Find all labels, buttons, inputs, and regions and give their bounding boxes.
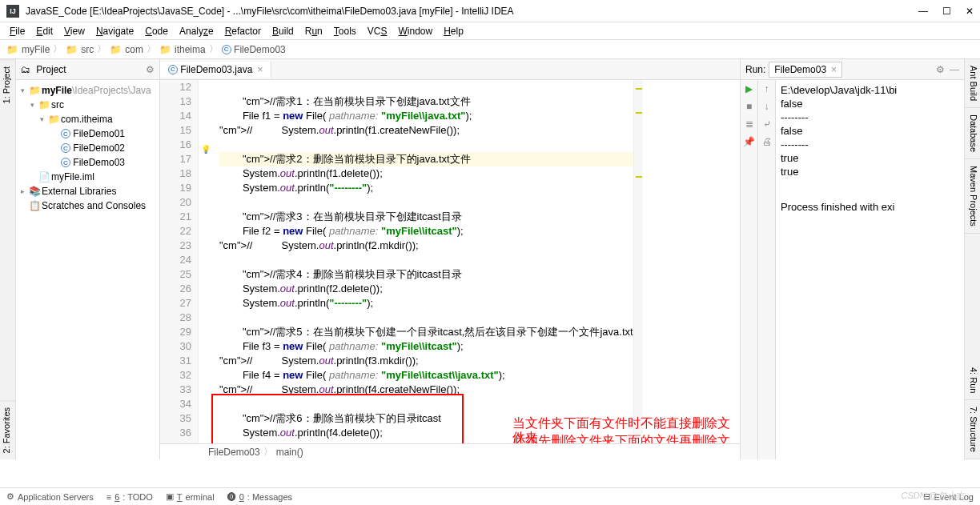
menu-code[interactable]: Code xyxy=(140,24,173,38)
tab-maven[interactable]: Maven Projects xyxy=(965,159,980,234)
crumb-class[interactable]: FileDemo03 xyxy=(208,447,260,458)
bottom-bar: ⚙ Application Servers ≡ 6: TODO ▣ Termin… xyxy=(0,487,980,505)
down-icon[interactable]: ↓ xyxy=(765,101,769,112)
ide-icon: IJ xyxy=(6,5,19,18)
nav-myfile[interactable]: 📁myFile xyxy=(6,44,50,55)
run-toolbar: ▶ ■ ≣ 📌 xyxy=(741,80,758,459)
run-gear-icon[interactable]: ⚙ xyxy=(936,64,945,75)
tab-project[interactable]: 1: Project xyxy=(0,59,15,110)
print-icon[interactable]: 🖨 xyxy=(762,136,772,147)
right-tool-strip: Ant Build Database Maven Projects 4: Run… xyxy=(964,59,980,459)
project-tree: ▾📁myFile\IdeaProjects\Java ▾📁src ▾📁com.i… xyxy=(16,80,159,216)
project-panel-header: 🗂 Project ⚙ xyxy=(16,59,159,80)
project-panel: 🗂 Project ⚙ ▾📁myFile\IdeaProjects\Java ▾… xyxy=(16,59,160,459)
layout-icon[interactable]: ≣ xyxy=(745,118,753,130)
bottom-app-servers[interactable]: ⚙ Application Servers xyxy=(6,491,94,502)
menu-view[interactable]: View xyxy=(59,24,90,38)
tab-structure[interactable]: 7: Structure xyxy=(965,400,980,459)
menu-navigate[interactable]: Navigate xyxy=(91,24,139,38)
run-header: Run: FileDemo03× ⚙ — xyxy=(741,59,964,80)
tab-database[interactable]: Database xyxy=(965,108,980,159)
title-bar: IJ JavaSE_Code [E:\IdeaProjects\JavaSE_C… xyxy=(0,0,980,22)
menu-build[interactable]: Build xyxy=(267,24,299,38)
tree-iml[interactable]: 📄myFile.iml xyxy=(16,170,159,184)
minimap[interactable] xyxy=(633,80,643,443)
code-content[interactable]: "cm">//需求1：在当前模块目录下创建java.txt文件 File f1 … xyxy=(213,80,633,443)
minimize-icon[interactable]: — xyxy=(918,6,928,17)
close-icon[interactable]: ✕ xyxy=(966,6,974,17)
hide-icon[interactable]: — xyxy=(950,64,959,75)
menu-edit[interactable]: Edit xyxy=(31,24,58,38)
editor-tabs: C FileDemo03.java × xyxy=(160,59,740,80)
tree-file-2[interactable]: C FileDemo02 xyxy=(16,141,159,155)
bottom-messages[interactable]: ⓿ 0: Messages xyxy=(227,492,292,502)
editor-area: C FileDemo03.java × 12131415161718192021… xyxy=(160,59,740,459)
editor-crumbs: FileDemo03 〉 main() xyxy=(160,443,740,459)
close-run-tab-icon[interactable]: × xyxy=(831,64,837,75)
run-label: Run: xyxy=(745,64,765,75)
nav-itheima[interactable]: 📁itheima xyxy=(159,44,206,55)
tree-ext-lib[interactable]: ▸📚External Libraries xyxy=(16,184,159,198)
gutter-icons: 💡 xyxy=(199,80,213,443)
nav-src[interactable]: 📁src xyxy=(66,44,94,55)
gear-icon[interactable]: ⚙ xyxy=(146,64,155,75)
left-tool-strip: 1: Project 2: Favorites xyxy=(0,59,16,459)
code-editor[interactable]: 1213141516171819202122232425262728293031… xyxy=(160,80,740,443)
menu-file[interactable]: File xyxy=(5,24,30,38)
annotation-line2: 必须先删除文件夹下面的文件再删除文件夹 xyxy=(512,434,740,443)
menu-bar: File Edit View Navigate Code Analyze Ref… xyxy=(0,22,980,40)
rerun-icon[interactable]: ▶ xyxy=(745,83,753,94)
nav-bar: 📁myFile 〉 📁src 〉 📁com 〉 📁itheima 〉 C Fil… xyxy=(0,40,980,59)
tab-ant[interactable]: Ant Build xyxy=(965,59,980,108)
tab-run[interactable]: 4: Run xyxy=(965,361,980,400)
project-panel-title: Project xyxy=(36,64,66,75)
menu-help[interactable]: Help xyxy=(439,24,468,38)
stop-icon[interactable]: ■ xyxy=(746,101,752,112)
tree-file-1[interactable]: C FileDemo01 xyxy=(16,126,159,141)
tree-src[interactable]: ▾📁src xyxy=(16,98,159,112)
up-icon[interactable]: ↑ xyxy=(765,83,769,94)
tree-pkg[interactable]: ▾📁com.itheima xyxy=(16,112,159,126)
menu-refactor[interactable]: Refactor xyxy=(220,24,266,38)
watermark: CSDN @包小志 xyxy=(902,490,964,502)
nav-file[interactable]: C FileDemo03 xyxy=(222,44,286,55)
tree-root[interactable]: ▾📁myFile\IdeaProjects\Java xyxy=(16,83,159,98)
tree-file-3[interactable]: C FileDemo03 xyxy=(16,155,159,170)
menu-vcs[interactable]: VCS xyxy=(363,24,392,38)
nav-com[interactable]: 📁com xyxy=(110,44,143,55)
close-tab-icon[interactable]: × xyxy=(257,64,263,75)
window-title: JavaSE_Code [E:\IdeaProjects\JavaSE_Code… xyxy=(26,6,918,17)
wrap-icon[interactable]: ⤶ xyxy=(763,118,771,130)
run-toolbar2: ↑ ↓ ⤶ 🖨 xyxy=(758,80,776,459)
editor-tab[interactable]: C FileDemo03.java × xyxy=(160,62,271,78)
editor-tab-label: FileDemo03.java xyxy=(180,64,252,75)
menu-tools[interactable]: Tools xyxy=(329,24,361,38)
line-gutter: 1213141516171819202122232425262728293031… xyxy=(160,80,199,443)
bottom-todo[interactable]: ≡ 6: TODO xyxy=(106,492,153,502)
menu-analyze[interactable]: Analyze xyxy=(175,24,219,38)
bottom-terminal[interactable]: ▣ Terminal xyxy=(166,491,215,502)
tab-favorites[interactable]: 2: Favorites xyxy=(0,400,15,459)
run-output[interactable]: E:\develop\Java\jdk-11\bifalse--------fa… xyxy=(776,80,964,459)
maximize-icon[interactable]: ☐ xyxy=(942,6,951,17)
crumb-method[interactable]: main() xyxy=(276,447,303,458)
run-tab[interactable]: FileDemo03× xyxy=(769,62,842,78)
run-panel: Run: FileDemo03× ⚙ — ▶ ■ ≣ 📌 ↑ ↓ ⤶ 🖨 E:\… xyxy=(740,59,964,459)
menu-window[interactable]: Window xyxy=(393,24,437,38)
menu-run[interactable]: Run xyxy=(300,24,327,38)
pin-icon[interactable]: 📌 xyxy=(743,136,755,147)
tree-scratch[interactable]: 📋Scratches and Consoles xyxy=(16,198,159,213)
